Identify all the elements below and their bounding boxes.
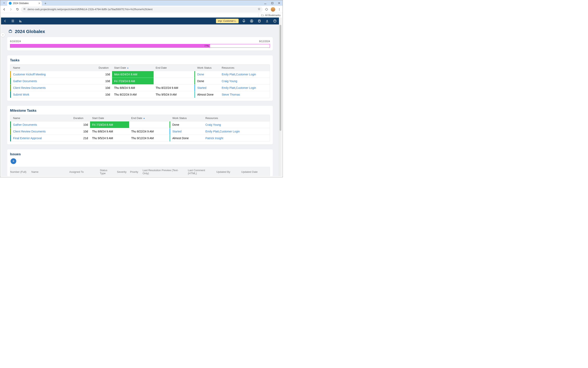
task-name-link[interactable]: Customer Kickoff Meeting [13, 73, 46, 76]
forward-button[interactable] [8, 7, 14, 12]
resources-cell: Emily PlattCustomer Login [203, 128, 270, 135]
duration-cell: 10d [97, 84, 112, 91]
issues-card: Issues + Number (Full) Name Assigned To … [7, 149, 273, 176]
chrome-menu-icon[interactable] [277, 7, 281, 11]
progress-percent-label: 77% [204, 45, 209, 47]
browser-tab-strip: 2024 Globalex × + [0, 0, 283, 6]
app-chart-button[interactable] [18, 18, 23, 23]
task-name-link[interactable]: Client Review Documents [13, 130, 46, 133]
icol-status[interactable]: Status Type [98, 167, 115, 176]
table-row: Client Review Documents10dThu 8/8/24 9 A… [10, 128, 270, 135]
new-tab-button[interactable]: + [43, 2, 48, 5]
col-resources[interactable]: Resources [220, 64, 270, 71]
icol-updated-by[interactable]: Updated By [214, 167, 239, 176]
milestones-grid: Name Duration Start Date End Date▲ Work … [10, 115, 270, 142]
tasks-card: Tasks Name Duration Start Date▲ End Date… [7, 55, 273, 101]
table-row: Client Review Documents10dThu 8/8/24 9 A… [10, 84, 270, 91]
progress-end-date: 9/12/2024 [259, 40, 270, 43]
resources-cell: Emily PlattCustomer Login [220, 71, 270, 78]
icol-severity[interactable]: Severity [115, 167, 128, 176]
milestones-header-row: Name Duration Start Date End Date▲ Work … [10, 115, 270, 121]
mcol-duration[interactable]: Duration [71, 115, 90, 121]
duration-cell: 10d [71, 121, 90, 128]
work-status-link[interactable]: Started [197, 86, 206, 90]
col-work-status[interactable]: Work Status [195, 64, 220, 71]
col-start-date[interactable]: Start Date▲ [112, 64, 154, 71]
sort-asc-icon: ▲ [143, 117, 145, 119]
print-icon[interactable] [257, 18, 262, 23]
icol-last-resolution[interactable]: Last Resolution Preview (Text-Only) [141, 167, 186, 176]
task-name-link[interactable]: Client Review Documents [13, 86, 46, 90]
scrollbar[interactable] [279, 18, 282, 176]
icol-updated-date[interactable]: Updated Date [239, 167, 268, 176]
table-row: Gather Documents10dFri 7/19/24 8 AMThu 8… [10, 78, 270, 84]
resource-link[interactable]: Customer Login [236, 86, 256, 90]
browser-tab[interactable]: 2024 Globalex × [7, 1, 42, 6]
mcol-resources[interactable]: Resources [203, 115, 270, 121]
window-maximize-button[interactable] [269, 0, 276, 6]
table-row: Customer Kickoff Meeting10dMon 6/24/24 8… [10, 71, 270, 78]
address-bar[interactable]: demo-swb.projectinsight.net/project/clie… [21, 7, 263, 12]
mcol-work-status[interactable]: Work Status [170, 115, 203, 121]
col-duration[interactable]: Duration [97, 64, 112, 71]
window-minimize-button[interactable] [262, 0, 269, 6]
resource-link[interactable]: Patrick Insight [205, 137, 223, 140]
resource-link[interactable]: Customer Login [220, 130, 240, 133]
extensions-icon[interactable] [265, 7, 269, 11]
task-name-link[interactable]: Gather Documents [13, 80, 37, 83]
col-name[interactable]: Name [11, 64, 97, 71]
scrollbar-thumb[interactable] [280, 25, 281, 131]
icol-last-comment[interactable]: Last Comment (HTML) [186, 167, 214, 176]
tasks-title: Tasks [10, 58, 270, 62]
resource-link[interactable]: Craig Young [205, 123, 221, 126]
tab-search-button[interactable] [2, 1, 6, 5]
notifications-icon[interactable] [241, 18, 246, 23]
user-icon[interactable] [249, 18, 254, 23]
site-info-icon[interactable] [23, 8, 26, 11]
issues-title: Issues [10, 152, 270, 156]
resource-link[interactable]: Craig Young [222, 80, 237, 83]
mcol-name[interactable]: Name [11, 115, 71, 121]
icol-name[interactable]: Name [29, 167, 67, 176]
resource-link[interactable]: Emily Platt [222, 86, 236, 90]
reload-button[interactable] [14, 7, 20, 12]
profile-avatar[interactable] [271, 7, 275, 12]
app-header: imp: Customer L. [1, 18, 279, 24]
all-bookmarks-button[interactable]: All Bookmarks [261, 14, 281, 17]
table-row: Gather Documents10dFri 7/19/24 8 AMThu 8… [10, 121, 270, 128]
project-icon [8, 29, 12, 34]
svg-point-7 [279, 9, 280, 9]
end-date-cell: Thu 8/22/24 9 AM [129, 128, 170, 135]
task-name-link[interactable]: Submit Work [13, 93, 29, 96]
download-icon[interactable] [265, 18, 270, 23]
icol-number[interactable]: Number (Full) [10, 167, 29, 176]
bookmark-star-icon[interactable] [257, 8, 261, 11]
end-date-cell: Fri 7/5/24 5 PM [154, 71, 195, 78]
task-name-link[interactable]: Final Exterior Approval [13, 137, 42, 140]
window-close-button[interactable] [276, 0, 283, 6]
resource-link[interactable]: Emily Platt [222, 73, 236, 76]
end-date-cell: Thu 9/5/24 9 AM [154, 91, 195, 98]
back-button[interactable] [1, 7, 7, 12]
app-back-button[interactable] [3, 18, 8, 23]
help-icon[interactable] [272, 18, 277, 23]
svg-rect-13 [9, 31, 12, 33]
impersonation-badge[interactable]: imp: Customer L. [216, 19, 239, 23]
add-issue-button[interactable]: + [11, 158, 16, 164]
svg-rect-14 [10, 30, 11, 30]
tasks-header-row: Name Duration Start Date▲ End Date Work … [10, 64, 270, 71]
task-name-link[interactable]: Gather Documents [13, 123, 37, 126]
resource-link[interactable]: Customer Login [236, 73, 256, 76]
resource-link[interactable]: Emily Platt [205, 130, 220, 133]
work-status-cell: Done [195, 78, 220, 84]
icol-assigned[interactable]: Assigned To [67, 167, 98, 176]
col-end-date[interactable]: End Date [154, 64, 195, 71]
resource-link[interactable]: Steve Thomas [222, 93, 240, 96]
icol-priority[interactable]: Priority [128, 167, 141, 176]
mcol-end-date[interactable]: End Date▲ [129, 115, 170, 121]
mcol-start-date[interactable]: Start Date [90, 115, 129, 121]
work-status-link[interactable]: Started [172, 130, 182, 133]
work-status-link[interactable]: Done [197, 73, 204, 76]
tab-close-button[interactable]: × [38, 2, 40, 5]
app-menu-button[interactable] [10, 18, 15, 23]
